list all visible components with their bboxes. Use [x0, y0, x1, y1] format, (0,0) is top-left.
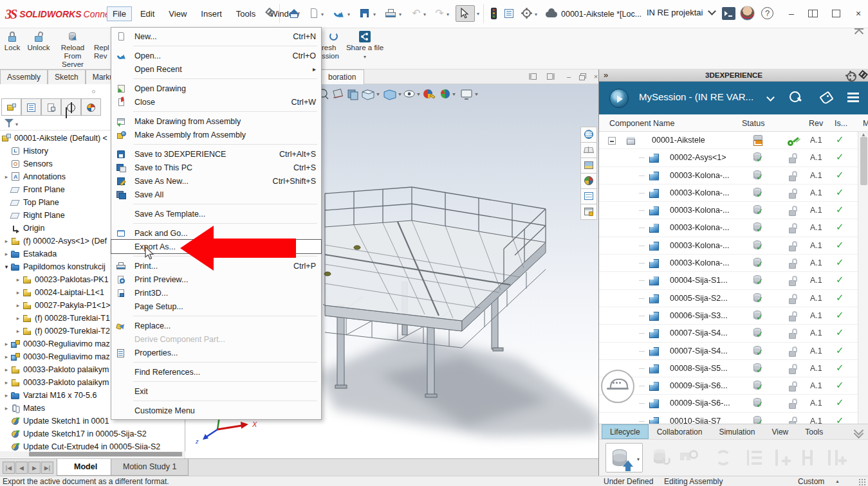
component-row[interactable]: 00004-Sija-S1... A.1: [599, 272, 858, 289]
scrollbar-thumb[interactable]: [860, 137, 867, 185]
component-row[interactable]: 00003-Kolona-... A.1: [599, 255, 858, 272]
expand-arrow-icon[interactable]: [3, 405, 10, 411]
panel-splitter-handle[interactable]: [92, 90, 95, 93]
expand-arrow-icon[interactable]: [14, 315, 22, 321]
minimize-button[interactable]: –: [785, 8, 798, 19]
tag-icon[interactable]: [819, 91, 832, 104]
options-dropdown-icon[interactable]: ▾: [535, 12, 540, 17]
workspace-selector[interactable]: IN RE projektai: [647, 8, 715, 17]
expand-arrow-icon[interactable]: [3, 354, 10, 360]
tab-dimxpert[interactable]: [61, 98, 81, 116]
expand-arrow-icon[interactable]: [3, 251, 10, 257]
taskpane-3dexperience-button[interactable]: [580, 127, 597, 143]
new-document-button[interactable]: [308, 8, 320, 19]
file-menu-item[interactable]: Save As New... Ctrl+Shift+S: [111, 174, 321, 188]
home-button[interactable]: [288, 8, 300, 19]
tab-motion-study[interactable]: Motion Study 1: [111, 459, 189, 476]
right-panel-toggle-icon[interactable]: [546, 72, 556, 81]
heads-up-toolbar[interactable]: [317, 87, 483, 102]
print-button[interactable]: [385, 8, 396, 19]
file-menu-item[interactable]: Close Ctrl+W: [111, 95, 321, 109]
component-row[interactable]: 00009-Sija-S6-... A.1: [599, 395, 858, 412]
file-menu-item[interactable]: Exit: [111, 384, 321, 398]
custom-caret-icon[interactable]: ▲: [835, 479, 840, 483]
insert-component-tool-icon[interactable]: [771, 447, 793, 468]
print-dropdown-icon[interactable]: ▾: [399, 12, 404, 17]
save-dropdown-icon[interactable]: ▾: [373, 12, 378, 17]
assistant-hardhat-button[interactable]: [601, 370, 634, 403]
structure-tool-icon[interactable]: [744, 447, 766, 468]
menubar-item[interactable]: View: [163, 6, 192, 21]
panel-gear-icon[interactable]: [846, 71, 854, 80]
component-row[interactable]: 00003-Kolona-... A.1: [599, 237, 858, 255]
file-menu-item[interactable]: Open Recent ▸: [111, 62, 321, 76]
file-menu-item[interactable]: Save to This PC Ctrl+S: [111, 161, 321, 174]
taskpane-appearances-button[interactable]: [580, 173, 597, 189]
panel-tab[interactable]: Simulation: [710, 424, 763, 439]
expand-arrow-icon[interactable]: [14, 276, 22, 283]
reload-from-server-button[interactable]: ReloadFrom Server: [54, 30, 91, 69]
menubar-item[interactable]: File: [107, 6, 132, 21]
save-button[interactable]: [359, 8, 371, 19]
lock-button[interactable]: Lock: [1, 30, 23, 52]
select-tool-button[interactable]: [456, 5, 475, 22]
component-row[interactable]: 00005-Sija-S2... A.1: [599, 290, 858, 307]
file-menu-item[interactable]: Replace...: [111, 319, 321, 332]
expand-arrow-icon[interactable]: [14, 289, 22, 296]
file-menu-item[interactable]: Properties...: [111, 346, 321, 359]
maximize-button[interactable]: [830, 8, 843, 19]
file-menu-item[interactable]: Print... Ctrl+P: [111, 259, 321, 273]
tabs-collapse-icon[interactable]: [854, 427, 863, 436]
unlock-button[interactable]: Unlock: [24, 30, 53, 52]
undo-button[interactable]: ↶: [411, 8, 422, 19]
component-row[interactable]: 00003-Kolona-... A.1: [599, 202, 858, 219]
menubar-item[interactable]: Tools: [230, 6, 261, 21]
filter-funnel-icon[interactable]: [5, 118, 14, 127]
component-row[interactable]: 00006-Sija-S3... A.1: [599, 307, 858, 325]
avatar[interactable]: [740, 6, 755, 21]
component-row[interactable]: 00001-Aikstele A.1: [599, 132, 858, 149]
tab-property-manager[interactable]: [21, 98, 41, 116]
panel-tab[interactable]: Tools: [797, 424, 831, 439]
file-menu-item[interactable]: Open Drawing: [111, 82, 321, 95]
evaluate-list-button[interactable]: [503, 8, 515, 19]
col-issue[interactable]: Is...: [835, 119, 847, 128]
file-menu-item[interactable]: Page Setup...: [111, 300, 321, 313]
tab-configurations[interactable]: [41, 98, 61, 116]
expand-arrow-icon[interactable]: [14, 302, 22, 309]
file-menu-item[interactable]: Save All: [111, 188, 321, 201]
expand-arrow-icon[interactable]: [3, 379, 10, 386]
resize-grip[interactable]: [858, 478, 866, 486]
tree-item[interactable]: Update Sketch17 in 00005-Sija-S2: [0, 428, 185, 440]
expand-arrow-icon[interactable]: [3, 174, 10, 180]
file-menu-item[interactable]: Customize Menu: [111, 404, 321, 417]
tab-feature-tree[interactable]: [1, 98, 21, 116]
tab-model[interactable]: Model: [57, 459, 115, 476]
tab-scroll-last-button[interactable]: ▶|: [41, 462, 53, 474]
open-button[interactable]: [333, 8, 344, 19]
share-a-file-button[interactable]: Share a file▾: [345, 30, 385, 61]
taskpane-view-palette-button[interactable]: [580, 158, 597, 174]
component-row[interactable]: 00003-Kolona-... A.1: [599, 219, 858, 237]
component-row[interactable]: 00007-Sija-S4... A.1: [599, 343, 858, 360]
collapse-expander-icon[interactable]: [608, 137, 616, 145]
expand-arrow-icon[interactable]: [3, 264, 10, 270]
file-menu-item[interactable]: Save to 3DEXPERIENCE Ctrl+Alt+S: [111, 147, 321, 161]
tab-scroll-first-button[interactable]: |◀: [3, 462, 15, 474]
tree-horizontal-scrollbar[interactable]: [0, 451, 185, 458]
col-component-name[interactable]: Component Name: [609, 119, 674, 128]
file-menu-item[interactable]: Pack and Go...: [111, 226, 321, 240]
tab-display-manager[interactable]: [81, 98, 101, 116]
synchronize-tool-icon[interactable]: [714, 447, 735, 468]
file-menu-item[interactable]: Print3D...: [111, 286, 321, 300]
taskpane-design-library-button[interactable]: [580, 142, 597, 158]
taskpane-custom-properties-button[interactable]: [580, 188, 597, 204]
panel-tab[interactable]: View: [763, 424, 797, 439]
viewport-minimize-icon[interactable]: –: [564, 72, 574, 81]
expand-arrow-icon[interactable]: [14, 328, 22, 334]
reload-tool-icon[interactable]: [651, 447, 672, 468]
tab-collaboration-fragment[interactable]: boration: [320, 69, 364, 84]
open-dropdown-icon[interactable]: ▾: [347, 12, 353, 17]
traffic-light-icon[interactable]: [488, 8, 499, 19]
component-row[interactable]: 00002-Asys<1> A.1: [599, 149, 858, 166]
